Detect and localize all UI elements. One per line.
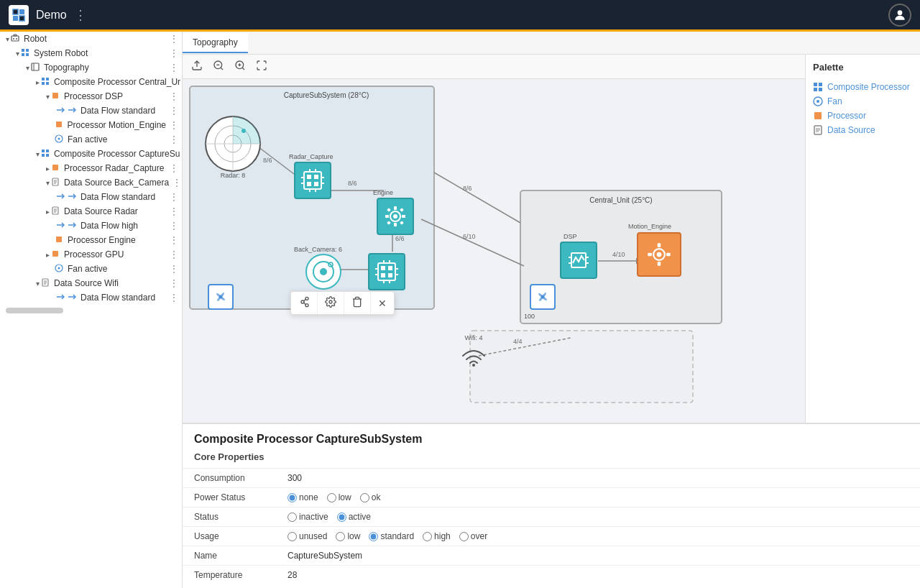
- item-menu-10[interactable]: ⋮: [169, 177, 183, 188]
- sidebar-item-14[interactable]: Processor Engine⋮: [0, 233, 182, 247]
- sidebar-item-1[interactable]: ▾System Robot⋮: [0, 46, 182, 60]
- sidebar-item-8[interactable]: ▾Composite Processor CaptureSu⋮: [0, 147, 182, 161]
- item-menu-2[interactable]: ⋮: [166, 62, 182, 73]
- radio-option-none[interactable]: none: [288, 492, 318, 502]
- sidebar-item-7[interactable]: Fan active⋮: [0, 132, 182, 147]
- sidebar-item-13[interactable]: Data Flow high⋮: [0, 219, 182, 233]
- radio-input-ok[interactable]: [360, 493, 369, 502]
- canvas-container[interactable]: CaptureSubSystem (28°C) Central_Unit (25…: [183, 79, 805, 423]
- fit-button[interactable]: [253, 58, 270, 75]
- radio-input-over[interactable]: [459, 532, 469, 541]
- radio-input-unused[interactable]: [288, 532, 297, 541]
- radio-option-ok[interactable]: ok: [360, 492, 381, 502]
- upload-button[interactable]: [188, 58, 206, 75]
- radio-option-active[interactable]: active: [337, 512, 371, 522]
- expand-arrow-3[interactable]: ▸: [36, 78, 40, 86]
- sidebar-item-12[interactable]: ▸Data Source Radar⋮: [0, 204, 182, 219]
- fan-central-node[interactable]: [530, 284, 556, 310]
- connect-action-button[interactable]: [291, 292, 318, 314]
- expand-arrow-2[interactable]: ▾: [26, 64, 29, 72]
- expand-arrow-1[interactable]: ▾: [16, 50, 19, 58]
- radar-capture-node[interactable]: [294, 162, 331, 199]
- fan-capture-node[interactable]: [208, 284, 234, 310]
- palette-item-2[interactable]: Processor: [813, 109, 913, 123]
- expand-arrow-10[interactable]: ▾: [46, 179, 50, 187]
- item-menu-6[interactable]: ⋮: [166, 119, 182, 131]
- sidebar-scrollbar[interactable]: [6, 308, 63, 313]
- svg-rect-15: [42, 78, 45, 81]
- engine-node[interactable]: [377, 198, 414, 235]
- palette-icon-3: [813, 125, 823, 135]
- palette-item-0[interactable]: Composite Processor: [813, 80, 913, 94]
- sidebar-item-18[interactable]: Data Flow standard⋮: [0, 290, 182, 305]
- item-menu-15[interactable]: ⋮: [166, 249, 182, 260]
- sidebar-item-15[interactable]: ▸Processor GPU⋮: [0, 247, 182, 262]
- delete-action-button[interactable]: [344, 292, 371, 314]
- radio-input-inactive[interactable]: [288, 513, 297, 522]
- item-icon-12: [51, 206, 60, 217]
- expand-arrow-8[interactable]: ▾: [36, 150, 40, 158]
- close-action-button[interactable]: ✕: [371, 293, 394, 313]
- settings-action-button[interactable]: [318, 292, 344, 314]
- item-menu-17[interactable]: ⋮: [166, 277, 182, 289]
- item-menu-12[interactable]: ⋮: [166, 206, 182, 217]
- radio-input-none[interactable]: [288, 493, 297, 502]
- menu-icon[interactable]: ⋮: [74, 7, 87, 23]
- item-menu-0[interactable]: ⋮: [166, 33, 182, 45]
- sidebar-item-2[interactable]: ▾Topography⋮: [0, 60, 182, 75]
- item-menu-16[interactable]: ⋮: [166, 263, 182, 275]
- expand-arrow-0[interactable]: ▾: [6, 35, 9, 43]
- radio-option-low[interactable]: low: [327, 492, 351, 502]
- radio-input-active[interactable]: [337, 513, 346, 522]
- item-menu-13[interactable]: ⋮: [166, 220, 182, 231]
- radio-option-over[interactable]: over: [459, 531, 487, 541]
- wifi-node[interactable]: Wifi: 4: [459, 334, 488, 367]
- back-camera-node[interactable]: [305, 253, 342, 290]
- sidebar-item-3[interactable]: ▸Composite Processor Central_Ur⋮: [0, 75, 182, 89]
- radio-input-standard[interactable]: [369, 532, 378, 541]
- sidebar-item-4[interactable]: ▾Processor DSP⋮: [0, 89, 182, 104]
- palette-item-3[interactable]: Data Source: [813, 123, 913, 137]
- expand-arrow-15[interactable]: ▸: [46, 251, 50, 259]
- sidebar-item-0[interactable]: ▾Robot⋮: [0, 32, 182, 46]
- sidebar-item-11[interactable]: Data Flow standard⋮: [0, 190, 182, 204]
- sidebar-item-16[interactable]: Fan active⋮: [0, 262, 182, 276]
- item-menu-11[interactable]: ⋮: [166, 191, 182, 203]
- item-menu-7[interactable]: ⋮: [166, 134, 182, 145]
- expand-arrow-12[interactable]: ▸: [46, 208, 50, 216]
- radio-option-high[interactable]: high: [423, 531, 451, 541]
- tab-topography[interactable]: Topography: [183, 33, 248, 53]
- user-avatar[interactable]: [888, 4, 911, 27]
- expand-arrow-17[interactable]: ▾: [36, 280, 40, 288]
- expand-arrow-4[interactable]: ▾: [46, 93, 50, 101]
- radio-option-inactive[interactable]: inactive: [288, 512, 328, 522]
- expand-arrow-9[interactable]: ▸: [46, 165, 50, 173]
- radio-option-unused[interactable]: unused: [288, 531, 327, 541]
- zoom-out-button[interactable]: [210, 58, 227, 75]
- palette-item-1[interactable]: Fan: [813, 94, 913, 109]
- zoom-in-button[interactable]: [231, 58, 249, 75]
- sidebar-item-5[interactable]: Data Flow standard⋮: [0, 104, 182, 118]
- prop-radio-3: unused low standard high over: [288, 531, 487, 541]
- gpu-node[interactable]: [368, 253, 405, 290]
- item-menu-9[interactable]: ⋮: [166, 162, 182, 174]
- sidebar-item-17[interactable]: ▾Data Source Wifi⋮: [0, 276, 182, 290]
- radar-node[interactable]: Radar: 8: [204, 115, 262, 173]
- sidebar-item-10[interactable]: ▾Data Source Back_Camera⋮: [0, 175, 182, 190]
- radio-input-low[interactable]: [336, 532, 345, 541]
- item-menu-5[interactable]: ⋮: [166, 105, 182, 116]
- item-menu-14[interactable]: ⋮: [166, 234, 182, 246]
- svg-point-126: [219, 295, 223, 299]
- motion-engine-node[interactable]: [637, 232, 681, 277]
- radio-option-standard[interactable]: standard: [369, 531, 414, 541]
- item-menu-4[interactable]: ⋮: [166, 91, 182, 102]
- item-menu-1[interactable]: ⋮: [166, 47, 182, 59]
- prop-label-2: Status: [194, 512, 288, 522]
- radio-input-low[interactable]: [327, 493, 336, 502]
- dsp-node[interactable]: [560, 242, 597, 279]
- radio-input-high[interactable]: [423, 532, 432, 541]
- item-menu-18[interactable]: ⋮: [166, 292, 182, 303]
- radio-option-low[interactable]: low: [336, 531, 360, 541]
- sidebar-item-9[interactable]: ▸Processor Radar_Capture⋮: [0, 161, 182, 175]
- sidebar-item-6[interactable]: Processor Motion_Engine⋮: [0, 118, 182, 132]
